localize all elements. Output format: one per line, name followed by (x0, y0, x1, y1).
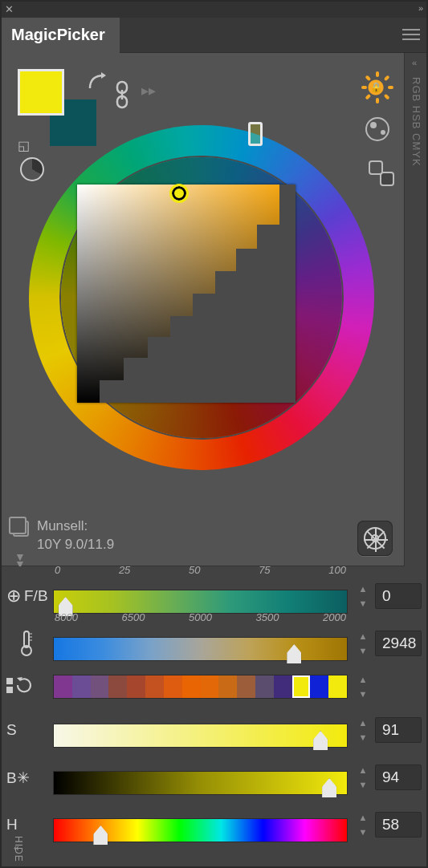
slider-s-label: S (6, 721, 17, 739)
foreground-swatch[interactable] (18, 69, 64, 116)
slider-s-track[interactable] (53, 724, 348, 748)
slider-h-value[interactable]: 58 (375, 812, 422, 838)
swatch-strip-item[interactable] (274, 675, 292, 698)
slider-fb-ticks: 0255075100 (53, 564, 348, 576)
tab-bar: MagicPicker (0, 18, 428, 53)
slider-temp-thumb[interactable] (287, 644, 301, 663)
swatch-strip[interactable] (53, 675, 348, 699)
svg-rect-9 (6, 687, 13, 693)
chevron-left-icon[interactable]: « (412, 58, 417, 67)
munsell-readout: Munsell: 10Y 9.0/11.9 (37, 517, 114, 554)
slider-temp-track[interactable] (53, 637, 348, 661)
slider-temp-ticks: 80006500500035002000 (53, 611, 348, 623)
link-chain-icon[interactable] (114, 80, 130, 109)
swatch-strip-item[interactable] (292, 675, 311, 698)
swatch-strip-item[interactable] (237, 675, 255, 698)
swatch-strip-item[interactable] (328, 675, 347, 698)
swatch-strip-item[interactable] (201, 675, 219, 698)
slider-fb-label: F/B (24, 587, 48, 605)
swatch-strip-item[interactable] (310, 675, 328, 698)
panel-menu-icon[interactable] (402, 29, 420, 40)
slider-b-value[interactable]: 94 (375, 765, 422, 790)
thermometer-icon (18, 630, 35, 657)
sv-cursor[interactable] (172, 186, 186, 201)
slider-s-steppers[interactable]: ▲▼ (357, 718, 369, 742)
swatch-strip-item[interactable] (164, 675, 182, 698)
main-panel: « RGB HSB CMYK ◱ ▸▸ 🔒 (0, 53, 428, 566)
mode-side-strip[interactable]: « RGB HSB CMYK (404, 53, 428, 566)
slider-temp-steppers[interactable]: ▲▼ (357, 631, 369, 655)
slider-b-track[interactable] (53, 771, 348, 795)
add-fb-icon[interactable]: ⊕ (6, 586, 21, 606)
saturation-value-square[interactable] (77, 185, 296, 403)
slider-b-steppers[interactable]: ▲▼ (357, 765, 369, 789)
slider-h-label: H (6, 816, 18, 834)
history-strip-icon[interactable] (6, 675, 34, 695)
fast-forward-icon[interactable]: ▸▸ (141, 82, 156, 99)
tab-magicpicker[interactable]: MagicPicker (0, 18, 120, 53)
swap-fg-bg-icon[interactable]: ◱ (18, 138, 30, 153)
swatch-strip-item[interactable] (127, 675, 145, 698)
slider-temperature: 80006500500035002000 ▲▼ 2948 (6, 623, 422, 663)
slider-brightness: B✳ ▲▼ 94 (6, 757, 422, 797)
slider-s-thumb[interactable] (313, 731, 328, 750)
swatch-strip-item[interactable] (145, 675, 164, 698)
swatch-strip-item[interactable] (72, 675, 91, 698)
swatch-strip-steppers[interactable]: ▲▼ (357, 675, 369, 699)
hue-ring-handle[interactable] (248, 122, 263, 146)
slider-hue: H ▲▼ 58 (6, 805, 422, 845)
hide-panel-tab[interactable]: HIDE (2, 836, 24, 862)
tone-lock-icon[interactable]: 🔒 (362, 74, 389, 101)
slider-fb-value[interactable]: 0 (375, 583, 422, 609)
swatch-strip-item[interactable] (255, 675, 274, 698)
slider-h-steppers[interactable]: ▲▼ (357, 813, 369, 837)
sliders-panel: ⊕ F/B 0255075100 ▲▼ 0 800065005000350020… (0, 566, 428, 867)
close-icon[interactable]: ✕ (5, 3, 14, 14)
swatch-strip-item[interactable] (54, 675, 72, 698)
slider-fb: ⊕ F/B 0255075100 ▲▼ 0 (6, 576, 422, 616)
color-mode-label: RGB HSB CMYK (410, 77, 422, 167)
top-strip: ✕ » (0, 0, 428, 18)
swatch-strip-item[interactable] (182, 675, 201, 698)
slider-h-thumb[interactable] (93, 825, 108, 845)
slider-saturation: S ▲▼ 91 (6, 710, 422, 750)
swap-arc-icon[interactable] (87, 71, 109, 93)
svg-rect-8 (6, 678, 13, 684)
copy-color-icon[interactable] (13, 521, 29, 537)
collapse-chevron-icon[interactable]: » (418, 3, 423, 14)
slider-s-value[interactable]: 91 (375, 717, 422, 743)
swatch-strip-row: ▲▼ (6, 671, 422, 703)
slider-fb-track[interactable] (53, 590, 348, 614)
swatch-strip-item[interactable] (218, 675, 237, 698)
slider-b-thumb[interactable] (322, 778, 336, 797)
swatch-strip-item[interactable] (91, 675, 109, 698)
slider-b-label: B✳ (6, 769, 30, 787)
swatch-strip-item[interactable] (108, 675, 127, 698)
expand-down-icon[interactable]: ▼▼ (14, 554, 26, 567)
wheel-mode-button[interactable] (357, 521, 393, 556)
slider-h-track[interactable] (53, 818, 348, 842)
slider-temp-value[interactable]: 2948 (375, 631, 422, 656)
slider-fb-steppers[interactable]: ▲▼ (357, 584, 369, 608)
